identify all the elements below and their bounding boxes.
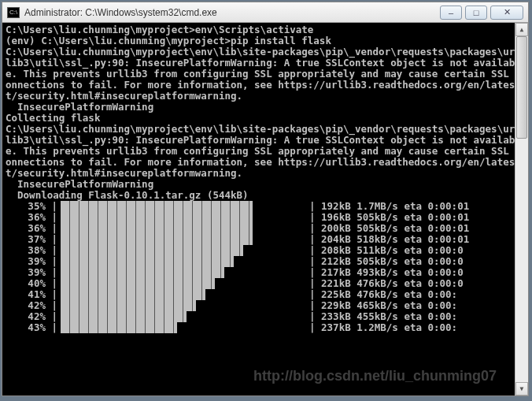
progress-bar <box>61 311 305 322</box>
progress-stats: | 229kB 465kB/s eta 0:00: <box>305 300 457 311</box>
progress-percent: 43% | <box>6 322 61 333</box>
progress-stats: | 208kB 511kB/s eta 0:00:0 <box>305 245 464 256</box>
progress-percent: 39% | <box>6 267 61 278</box>
progress-line: 35% || 192kB 1.7MB/s eta 0:00:01 <box>6 201 525 212</box>
progress-line: 42% || 233kB 455kB/s eta 0:00: <box>6 311 525 322</box>
progress-line: 42% || 229kB 465kB/s eta 0:00: <box>6 300 525 311</box>
progress-stats: | 192kB 1.7MB/s eta 0:00:01 <box>305 201 469 212</box>
output-line: (env) C:\Users\liu.chunming\myproject>pi… <box>6 35 525 46</box>
progress-bar <box>61 267 305 278</box>
progress-line: 41% || 225kB 476kB/s eta 0:00: <box>6 289 525 300</box>
progress-stats: | 196kB 505kB/s eta 0:00:01 <box>305 212 469 223</box>
output-line: Collecting flask <box>6 113 525 124</box>
progress-bar <box>61 223 305 234</box>
watermark-text: http://blog.csdn.net/liu_chunming07 <box>253 370 497 381</box>
progress-bar <box>61 234 305 245</box>
progress-percent: 42% | <box>6 300 61 311</box>
progress-percent: 39% | <box>6 256 61 267</box>
progress-stats: | 233kB 455kB/s eta 0:00: <box>305 311 457 322</box>
scrollbar-track[interactable] <box>515 36 528 382</box>
progress-fill <box>61 201 253 212</box>
progress-fill <box>61 212 253 223</box>
vertical-scrollbar[interactable]: ▲ ▼ <box>515 23 528 395</box>
progress-line: 39% || 212kB 505kB/s eta 0:00:0 <box>6 256 525 267</box>
progress-stats: | 221kB 476kB/s eta 0:00:0 <box>305 278 464 289</box>
output-line: C:\Users\liu.chunming\myproject\env\lib\… <box>6 124 525 179</box>
progress-stats: | 200kB 505kB/s eta 0:00:01 <box>305 223 469 234</box>
progress-line: 43% || 237kB 1.2MB/s eta 0:00: <box>6 322 525 333</box>
progress-percent: 36% | <box>6 212 61 223</box>
progress-fill <box>61 289 205 300</box>
progress-percent: 35% | <box>6 201 61 212</box>
progress-stats: | 217kB 493kB/s eta 0:00:0 <box>305 267 464 278</box>
minimize-button[interactable]: – <box>440 6 462 20</box>
progress-stats: | 212kB 505kB/s eta 0:00:0 <box>305 256 464 267</box>
scroll-down-button[interactable]: ▼ <box>515 382 528 395</box>
output-line: InsecurePlatformWarning <box>6 102 525 113</box>
progress-bar <box>61 322 305 333</box>
progress-bar <box>61 256 305 267</box>
output-line: Downloading Flask-0.10.1.tar.gz (544kB) <box>6 190 525 201</box>
progress-line: 36% || 196kB 505kB/s eta 0:00:01 <box>6 212 525 223</box>
window-title: Administrator: C:\Windows\system32\cmd.e… <box>24 7 437 18</box>
progress-bar <box>61 212 305 223</box>
maximize-button[interactable]: □ <box>465 6 487 20</box>
progress-stats: | 237kB 1.2MB/s eta 0:00: <box>305 322 457 333</box>
progress-line: 36% || 200kB 505kB/s eta 0:00:01 <box>6 223 525 234</box>
progress-stats: | 204kB 518kB/s eta 0:00:01 <box>305 234 469 245</box>
terminal-output[interactable]: C:\Users\liu.chunming\myproject>env\Scri… <box>2 23 528 395</box>
progress-percent: 42% | <box>6 311 61 322</box>
progress-bar <box>61 289 305 300</box>
scroll-up-button[interactable]: ▲ <box>515 23 528 36</box>
close-button[interactable]: ✕ <box>490 6 523 20</box>
progress-percent: 41% | <box>6 289 61 300</box>
progress-bar <box>61 300 305 311</box>
progress-bar <box>61 245 305 256</box>
progress-fill <box>61 223 253 234</box>
cmd-icon: C:\ <box>7 7 20 18</box>
progress-line: 40% || 221kB 476kB/s eta 0:00:0 <box>6 278 525 289</box>
progress-stats: | 225kB 476kB/s eta 0:00: <box>305 289 457 300</box>
progress-fill <box>61 245 243 256</box>
progress-fill <box>61 234 253 245</box>
progress-fill <box>61 300 196 311</box>
output-line: InsecurePlatformWarning <box>6 179 525 190</box>
progress-fill <box>61 267 224 278</box>
progress-fill <box>61 311 187 322</box>
progress-fill <box>61 256 234 267</box>
scrollbar-thumb[interactable] <box>516 36 527 139</box>
progress-percent: 37% | <box>6 234 61 245</box>
cmd-window: C:\ Administrator: C:\Windows\system32\c… <box>2 2 529 396</box>
progress-bar <box>61 278 305 289</box>
progress-fill <box>61 278 215 289</box>
progress-percent: 36% | <box>6 223 61 234</box>
progress-bar <box>61 201 305 212</box>
progress-fill <box>61 322 177 333</box>
output-line: C:\Users\liu.chunming\myproject>env\Scri… <box>6 24 525 35</box>
progress-percent: 40% | <box>6 278 61 289</box>
titlebar: C:\ Administrator: C:\Windows\system32\c… <box>2 2 528 23</box>
progress-line: 37% || 204kB 518kB/s eta 0:00:01 <box>6 234 525 245</box>
progress-line: 38% || 208kB 511kB/s eta 0:00:0 <box>6 245 525 256</box>
progress-line: 39% || 217kB 493kB/s eta 0:00:0 <box>6 267 525 278</box>
output-line: C:\Users\liu.chunming\myproject\env\lib\… <box>6 46 525 102</box>
progress-percent: 38% | <box>6 245 61 256</box>
